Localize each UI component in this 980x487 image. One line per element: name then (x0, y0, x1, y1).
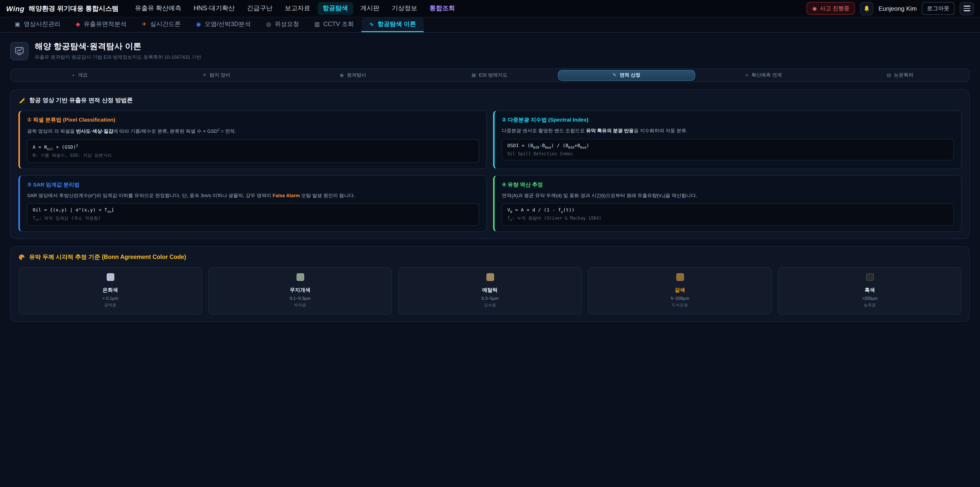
color-swatch (107, 273, 114, 281)
globe-icon: ◐ (72, 73, 75, 78)
link-icon: ∞ (745, 73, 749, 78)
subtab-label: 오염/선박3D분석 (204, 20, 251, 29)
thickness-card-metallic: 메탈릭 0.3~5μm 금속층 (398, 267, 582, 315)
bonn-header: 유막 두께 시각적 추정 기준 (Bonn Agreement Color Co… (18, 253, 962, 261)
nav-emergency-rescue[interactable]: 긴급구난 (242, 2, 278, 15)
document-icon: ▤ (886, 73, 891, 78)
menu-icon (963, 6, 970, 6)
formula-block: OSDI = (BNIR-BRed) / (BNIR+BRed) Oil Spi… (502, 139, 954, 160)
method-card-pixel-classification: ① 픽셀 분류법 (Pixel Classification) 광학 영상의 각… (18, 110, 487, 169)
incident-status-badge[interactable]: ◉ 사고 진행중 (807, 2, 855, 15)
method-cards-grid: ① 픽셀 분류법 (Pixel Classification) 광학 영상의 각… (18, 110, 962, 232)
thickness-layer: 박막층 (214, 302, 387, 308)
tab-label: 면적 산정 (620, 72, 640, 79)
top-header: Wing 해양환경 위기대응 통합시스템 유출유 확산예측 HNS·대기확산 긴… (0, 0, 980, 18)
tab-diffusion-link[interactable]: ∞ 확산예측 연계 (695, 70, 832, 81)
formula: V0 = A × d / (1 - fe(t)) (508, 208, 948, 214)
tab-label: ESI 방제지도 (479, 72, 508, 79)
thickness-card-rainbow: 무지개색 0.1~0.3μm 박막층 (208, 267, 392, 315)
color-swatch (676, 273, 684, 281)
analysis-icon: ◆ (76, 21, 80, 27)
thickness-name: 메탈릭 (404, 287, 576, 294)
scan-3d-icon: ◉ (196, 21, 201, 27)
thickness-layer: 농축층 (783, 302, 956, 308)
tab-papers-patents[interactable]: ▤ 논문특허 (832, 70, 968, 81)
bell-icon (863, 5, 870, 12)
section-tabs: ◐ 개요 ✈ 탐지 장비 ◉ 원격탐사 ▦ ESI 방제지도 ✎ 면적 산정 ∞… (10, 69, 970, 82)
user-name: Eunjeong Kim (879, 5, 917, 12)
thickness-card-brown: 갈색 5~200μm 두꺼운층 (588, 267, 772, 315)
methodology-panel: 항공 영상 기반 유출유 면적 산정 방법론 ① 픽셀 분류법 (Pixel C… (10, 89, 970, 239)
palette-icon (18, 254, 25, 260)
formula: A = Noil × (GSD)2 (33, 144, 474, 151)
subtab-image-photo-management[interactable]: ▣ 영상사진관리 (7, 18, 68, 32)
subtab-spill-area-analysis[interactable]: ◆ 유출유면적분석 (68, 18, 134, 32)
system-title: 해양환경 위기대응 통합시스템 (29, 4, 118, 13)
page-title: 해양 항공탐색·원격탐사 이론 (35, 42, 201, 52)
tab-label: 확산예측 연계 (751, 72, 782, 79)
presentation-chart-icon (10, 42, 29, 60)
radar-icon: ◉ (340, 73, 344, 78)
subtab-cctv-view[interactable]: ▥ CCTV 조회 (307, 18, 362, 32)
thickness-layer: 두꺼운층 (593, 302, 766, 308)
color-swatch (866, 273, 873, 281)
tab-label: 원격탐사 (347, 72, 366, 79)
hamburger-menu-button[interactable] (959, 2, 974, 15)
alert-label: 사고 진행중 (820, 5, 850, 12)
subtab-aerial-search-theory[interactable]: ∿ 항공탐색 이론 (362, 18, 424, 32)
thickness-name: 갈색 (593, 287, 766, 294)
nav-integrated-search[interactable]: 통합조회 (425, 2, 460, 15)
notifications-button[interactable] (860, 2, 873, 15)
tab-area-calculation[interactable]: ✎ 면적 산정 (558, 70, 695, 81)
thickness-cards-grid: 은회색 < 0.1μm 광택층 무지개색 0.1~0.3μm 박막층 메탈릭 0… (18, 267, 962, 315)
methodology-title: 항공 영상 기반 유출유 면적 산정 방법론 (29, 97, 133, 104)
formula-note: fe: 누적 증발비 (Stiver & Mackay 1984) (508, 216, 948, 222)
method-card-title: ④ 유량 역산 추정 (502, 181, 954, 188)
subtab-realtime-drone[interactable]: ✈ 실시간드론 (134, 18, 188, 32)
nav-spill-diffusion[interactable]: 유출유 확산예측 (130, 2, 186, 15)
thickness-range: 0.1~0.3μm (214, 296, 387, 301)
method-card-body: 다중분광 센서로 촬영한 밴드 조합으로 유막 특유의 분광 반응을 지수화하여… (502, 127, 954, 134)
brand-logo: Wing (6, 4, 24, 13)
formula-block: A = Noil × (GSD)2 N: 기름 픽셀수, GSD: 지상 표본거… (27, 139, 479, 163)
subtab-label: 영상사진관리 (24, 20, 60, 29)
color-swatch (296, 273, 304, 281)
color-swatch (486, 273, 494, 281)
plane-icon: ✈ (203, 73, 207, 78)
header-right: ◉ 사고 진행중 Eunjeong Kim 로그아웃 (807, 2, 974, 15)
method-card-volume-inversion: ④ 유량 역산 추정 면적(A)과 평균 유막 두께(d) 및 풍화 경과 시간… (493, 175, 962, 232)
formula-note: Tth: 최적 임계값 (국소 적응형) (33, 216, 474, 222)
page-subtitle: 유출유 원격탐지·항공감시 기법·ESI 방제정보지도·등록특허 10-1567… (35, 54, 201, 61)
map-icon: ▦ (471, 73, 476, 78)
image-icon: ▣ (15, 21, 20, 27)
ruler-icon: ✎ (613, 73, 617, 78)
method-card-title: ② 다중분광 지수법 (Spectral Index) (502, 117, 954, 124)
tab-detection-equipment[interactable]: ✈ 탐지 장비 (148, 70, 285, 81)
thickness-layer: 광택층 (24, 302, 197, 308)
page-head-text: 해양 항공탐색·원격탐사 이론 유출유 원격탐지·항공감시 기법·ESI 방제정… (35, 42, 201, 61)
page-head: 해양 항공탐색·원격탐사 이론 유출유 원격탐지·항공감시 기법·ESI 방제정… (10, 42, 970, 61)
nav-aerial-search[interactable]: 항공탐색 (318, 2, 353, 15)
subtab-pollution-ship-3d[interactable]: ◉ 오염/선박3D분석 (188, 18, 259, 32)
method-card-sar-threshold: ③ SAR 임계값 분리법 SAR 영상에서 후방산란계수(σ°)의 임계값 이… (18, 175, 487, 232)
nav-weather-info[interactable]: 기상정보 (387, 2, 422, 15)
logout-button[interactable]: 로그아웃 (922, 2, 955, 15)
method-card-body: 면적(A)과 평균 유막 두께(d) 및 풍화 경과 시간(t)으로부터 원래 … (502, 192, 954, 199)
tab-overview[interactable]: ◐ 개요 (12, 70, 148, 81)
formula-note: Oil Spill Detection Index (508, 151, 948, 156)
subtab-satellite-request[interactable]: ◎ 위성요청 (259, 18, 307, 32)
formula: OSDI = (BNIR-BRed) / (BNIR+BRed) (508, 143, 948, 149)
app-root: Wing 해양환경 위기대응 통합시스템 유출유 확산예측 HNS·대기확산 긴… (0, 0, 980, 487)
tab-remote-sensing[interactable]: ◉ 원격탐사 (285, 70, 422, 81)
formula-note: N: 기름 픽셀수, GSD: 지상 표본거리 (33, 152, 474, 158)
nav-board[interactable]: 게시판 (355, 2, 385, 15)
nav-reports[interactable]: 보고자료 (280, 2, 315, 15)
tab-label: 탐지 장비 (210, 72, 230, 79)
method-card-title: ③ SAR 임계값 분리법 (27, 181, 479, 188)
formula-block: V0 = A × d / (1 - fe(t)) fe: 누적 증발비 (Sti… (502, 204, 954, 226)
formula: Oil = {(x,y) | σ°(x,y) < Tth} (33, 208, 474, 214)
bonn-title: 유막 두께 시각적 추정 기준 (Bonn Agreement Color Co… (29, 253, 186, 261)
nav-hns-air-diffusion[interactable]: HNS·대기확산 (189, 2, 240, 15)
alert-icon: ◉ (812, 6, 817, 11)
tab-esi-map[interactable]: ▦ ESI 방제지도 (422, 70, 558, 81)
